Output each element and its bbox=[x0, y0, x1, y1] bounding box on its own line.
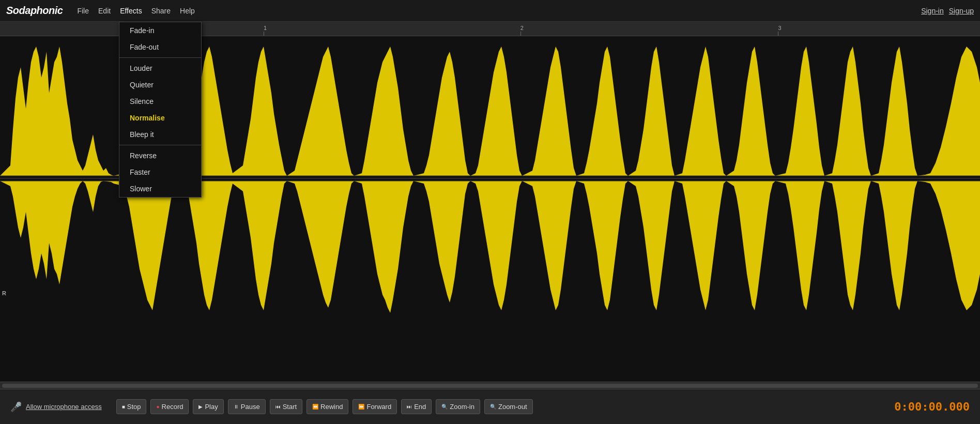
menu-item-quieter[interactable]: Quieter bbox=[119, 77, 201, 93]
play-label: Play bbox=[205, 403, 218, 411]
zoom-in-label: Zoom-in bbox=[450, 403, 474, 411]
menu-item-louder[interactable]: Louder bbox=[119, 60, 201, 77]
microphone-icon: 🎤 bbox=[10, 401, 22, 413]
auth-links: Sign-in Sign-up bbox=[921, 7, 974, 15]
menu-item-normalise[interactable]: Normalise bbox=[119, 110, 201, 126]
timeline-marker-2: 2 bbox=[520, 25, 524, 31]
nav-file[interactable]: File bbox=[73, 5, 93, 17]
zoom-out-button[interactable]: 🔍 Zoom-out bbox=[484, 399, 533, 414]
timeline-marker-3: 3 bbox=[778, 25, 781, 31]
menu-item-reverse[interactable]: Reverse bbox=[119, 147, 201, 164]
stop-button[interactable]: ■ Stop bbox=[116, 399, 147, 414]
menu-item-slower[interactable]: Slower bbox=[119, 180, 201, 197]
timeline-marker-1: 1 bbox=[264, 25, 267, 31]
record-label: Record bbox=[162, 403, 183, 411]
menu-item-silence[interactable]: Silence bbox=[119, 93, 201, 110]
end-label: End bbox=[414, 403, 426, 411]
signin-link[interactable]: Sign-in bbox=[921, 7, 944, 15]
record-icon: ● bbox=[156, 404, 159, 410]
rewind-icon: ⏪ bbox=[312, 404, 318, 410]
pause-button[interactable]: ⏸ Pause bbox=[228, 399, 266, 414]
menu-separator-1 bbox=[119, 57, 201, 58]
rewind-button[interactable]: ⏪ Rewind bbox=[307, 399, 348, 414]
start-label: Start bbox=[283, 403, 297, 411]
effects-dropdown-menu: Fade-in Fade-out Louder Quieter Silence … bbox=[119, 22, 202, 198]
pause-label: Pause bbox=[241, 403, 260, 411]
rewind-label: Rewind bbox=[320, 403, 343, 411]
start-button[interactable]: ⏮ Start bbox=[270, 399, 302, 414]
menu-item-fade-in[interactable]: Fade-in bbox=[119, 22, 201, 39]
svg-text:R: R bbox=[2, 290, 6, 296]
zoom-in-icon: 🔍 bbox=[441, 404, 448, 410]
stop-label: Stop bbox=[127, 403, 141, 411]
forward-label: Forward bbox=[366, 403, 391, 411]
header: Sodaphonic File Edit Effects Share Help … bbox=[0, 0, 980, 22]
menu-item-bleep-it[interactable]: Bleep it bbox=[119, 126, 201, 143]
app-logo: Sodaphonic bbox=[6, 5, 63, 17]
end-button[interactable]: ⏭ End bbox=[401, 399, 432, 414]
end-icon: ⏭ bbox=[407, 404, 412, 410]
playback-timer: 0:00:00.000 bbox=[894, 400, 970, 413]
menu-item-fade-out[interactable]: Fade-out bbox=[119, 39, 201, 55]
timeline-tick-2 bbox=[520, 32, 521, 36]
stop-icon: ■ bbox=[122, 404, 125, 410]
timeline-tick-3 bbox=[778, 32, 778, 36]
nav-share[interactable]: Share bbox=[147, 5, 175, 17]
menu-item-faster[interactable]: Faster bbox=[119, 164, 201, 180]
zoom-in-button[interactable]: 🔍 Zoom-in bbox=[436, 399, 480, 414]
mic-section: 🎤 Allow microphone access bbox=[10, 401, 102, 413]
nav-effects[interactable]: Effects bbox=[116, 5, 146, 17]
play-button[interactable]: ▶ Play bbox=[193, 399, 223, 414]
forward-icon: ⏩ bbox=[358, 404, 364, 410]
nav-help[interactable]: Help bbox=[176, 5, 199, 17]
menu-separator-2 bbox=[119, 145, 201, 145]
play-icon: ▶ bbox=[198, 404, 203, 410]
record-button[interactable]: ● Record bbox=[150, 399, 189, 414]
mic-access-text[interactable]: Allow microphone access bbox=[26, 403, 102, 411]
signup-link[interactable]: Sign-up bbox=[949, 7, 974, 15]
nav-menu: File Edit Effects Share Help bbox=[73, 5, 198, 17]
nav-edit[interactable]: Edit bbox=[94, 5, 115, 17]
pause-icon: ⏸ bbox=[234, 404, 239, 410]
zoom-out-label: Zoom-out bbox=[498, 403, 527, 411]
forward-button[interactable]: ⏩ Forward bbox=[353, 399, 397, 414]
start-icon: ⏮ bbox=[275, 404, 281, 410]
scrollbar-track[interactable] bbox=[2, 384, 978, 388]
footer-controls: 🎤 Allow microphone access ■ Stop ● Recor… bbox=[0, 389, 980, 424]
scrollbar-area bbox=[0, 382, 980, 389]
timeline-tick-1 bbox=[264, 32, 264, 36]
zoom-out-icon: 🔍 bbox=[490, 404, 496, 410]
